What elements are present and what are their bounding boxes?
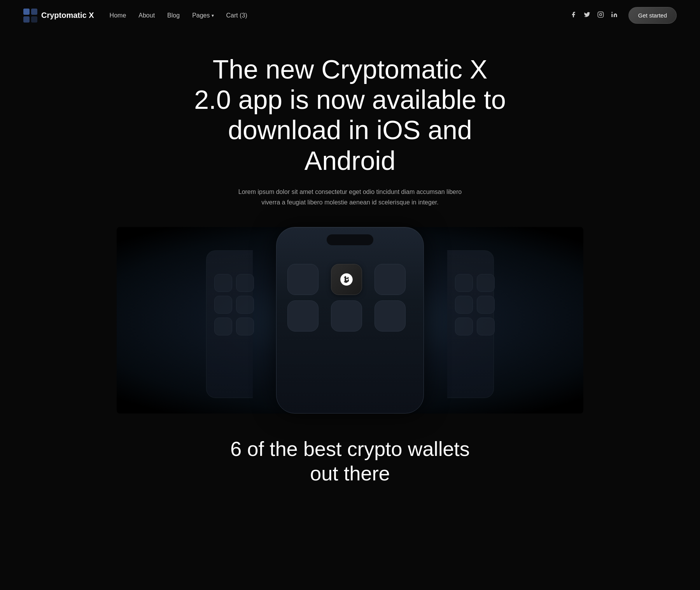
svg-rect-0 [23,9,30,15]
svg-point-6 [602,12,602,13]
phone-right [447,250,494,398]
instagram-icon[interactable] [597,11,604,20]
nav-item-cart[interactable]: Cart (3) [226,12,247,19]
svg-rect-3 [31,16,37,23]
logo[interactable]: Cryptomatic X [23,9,94,23]
logo-icon [23,9,37,23]
hero-subtitle: Lorem ipsum dolor sit amet consectetur e… [237,187,463,208]
app-icon-bitcoin [331,264,362,295]
app-icon-1 [287,264,318,295]
wallets-section: 6 of the best crypto wallets out there [0,414,700,485]
svg-rect-2 [23,16,30,23]
phone-mockup-container [191,227,509,414]
nav-item-about[interactable]: About [138,12,155,19]
logo-text: Cryptomatic X [41,11,94,20]
nav-link-cart[interactable]: Cart (3) [226,12,247,19]
phone-left [206,250,253,398]
twitter-icon[interactable] [584,11,590,20]
phone-pill [327,234,373,245]
svg-rect-1 [31,9,37,15]
nav-right: Get started [570,7,677,24]
nav-link-home[interactable]: Home [110,12,126,19]
nav-links: Home About Blog Pages ▾ Cart (3) [110,12,247,19]
linkedin-icon[interactable] [611,11,618,20]
nav-left: Cryptomatic X Home About Blog Pages ▾ Ca… [23,9,247,23]
hero-title: The new Cryptomatic X 2.0 app is now ava… [191,54,509,176]
nav-link-pages[interactable]: Pages ▾ [192,12,214,19]
nav-item-home[interactable]: Home [110,12,126,19]
nav-link-blog[interactable]: Blog [167,12,180,19]
chevron-down-icon: ▾ [212,13,214,18]
app-icon-3 [374,264,406,295]
nav-item-pages[interactable]: Pages ▾ [192,12,214,19]
social-icons [570,11,618,20]
app-grid [276,253,424,342]
hero-section: The new Cryptomatic X 2.0 app is now ava… [0,31,700,414]
app-icon-6 [374,300,406,332]
get-started-button[interactable]: Get started [628,7,677,24]
nav-link-about[interactable]: About [138,12,155,19]
svg-point-7 [611,12,612,13]
app-icon-4 [287,300,318,332]
facebook-icon[interactable] [570,11,577,20]
wallets-title: 6 of the best crypto wallets out there [214,437,486,485]
svg-rect-4 [598,12,603,17]
navbar: Cryptomatic X Home About Blog Pages ▾ Ca… [0,0,700,31]
app-icon-5 [331,300,362,332]
svg-point-5 [599,13,602,16]
nav-item-blog[interactable]: Blog [167,12,180,19]
phone-main [276,227,424,414]
